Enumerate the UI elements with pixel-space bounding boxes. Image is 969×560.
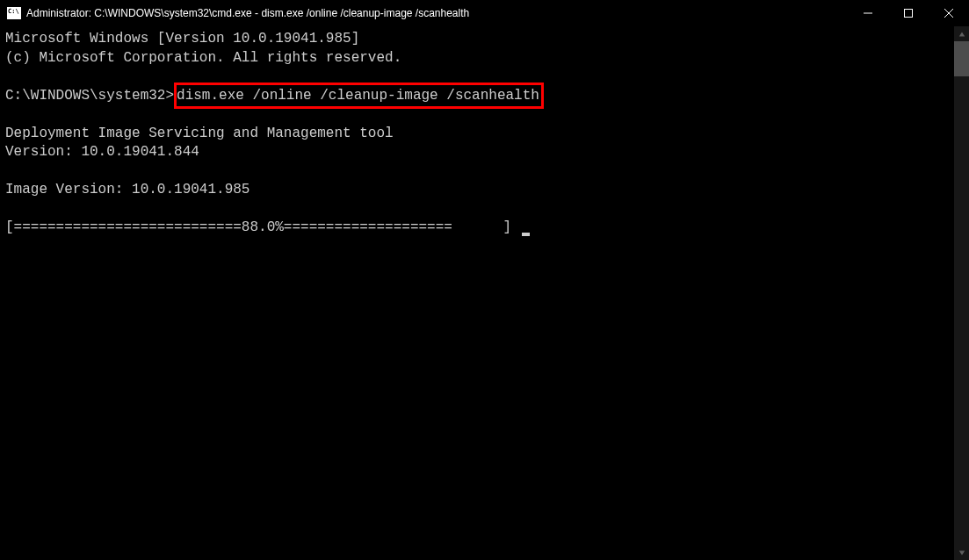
scrollbar-thumb[interactable] bbox=[954, 41, 969, 76]
svg-marker-5 bbox=[958, 550, 964, 555]
highlighted-command: dism.exe /online /cleanup-image /scanhea… bbox=[174, 83, 544, 109]
close-button[interactable] bbox=[929, 0, 969, 26]
dism-tool-name: Deployment Image Servicing and Managemen… bbox=[5, 126, 394, 141]
copyright-line: (c) Microsoft Corporation. All rights re… bbox=[5, 50, 401, 66]
cmd-icon bbox=[7, 7, 21, 19]
window-title: Administrator: C:\WINDOWS\system32\cmd.e… bbox=[26, 7, 469, 19]
image-version: Image Version: 10.0.19041.985 bbox=[5, 182, 249, 197]
scroll-down-button[interactable] bbox=[954, 545, 969, 560]
cmd-window: Administrator: C:\WINDOWS\system32\cmd.e… bbox=[0, 0, 969, 560]
dism-version: Version: 10.0.19041.844 bbox=[5, 144, 199, 160]
vertical-scrollbar[interactable] bbox=[954, 26, 969, 560]
terminal-output[interactable]: Microsoft Windows [Version 10.0.19041.98… bbox=[0, 26, 954, 560]
content-area: Microsoft Windows [Version 10.0.19041.98… bbox=[0, 26, 969, 560]
titlebar-left: Administrator: C:\WINDOWS\system32\cmd.e… bbox=[0, 7, 469, 19]
maximize-button[interactable] bbox=[888, 0, 929, 26]
svg-marker-4 bbox=[958, 32, 964, 36]
scroll-up-button[interactable] bbox=[954, 26, 969, 41]
progress-bar: [===========================88.0%=======… bbox=[5, 219, 520, 235]
svg-rect-1 bbox=[905, 10, 913, 18]
scrollbar-track[interactable] bbox=[954, 41, 969, 545]
window-controls bbox=[848, 0, 969, 26]
os-version-line: Microsoft Windows [Version 10.0.19041.98… bbox=[5, 31, 359, 47]
minimize-button[interactable] bbox=[848, 0, 888, 26]
titlebar[interactable]: Administrator: C:\WINDOWS\system32\cmd.e… bbox=[0, 0, 969, 26]
cursor-icon bbox=[522, 233, 530, 236]
prompt-prefix: C:\WINDOWS\system32> bbox=[5, 88, 174, 104]
